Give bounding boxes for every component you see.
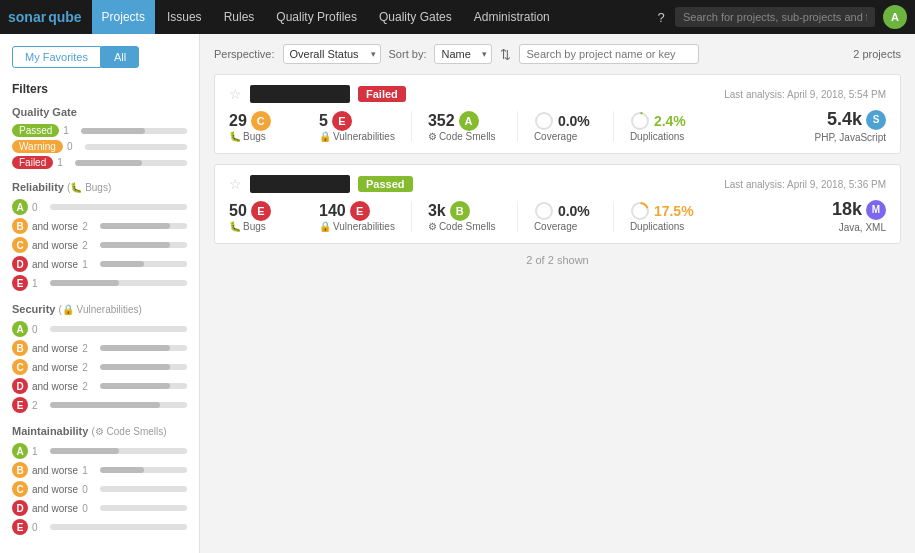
maint-B-row[interactable]: B and worse 1 (12, 462, 187, 478)
rel-D-count: 1 (82, 259, 96, 270)
maint-A-bar (50, 448, 187, 454)
card-0-metrics: 29 C 🐛 Bugs 5 E 🔒 Vulnerabilities (229, 109, 886, 143)
help-icon[interactable]: ? (649, 5, 673, 29)
sort-direction-icon[interactable]: ⇅ (500, 47, 511, 62)
rel-B-row[interactable]: B and worse 2 (12, 218, 187, 234)
qg-failed-badge[interactable]: Failed (12, 156, 53, 169)
perspective-select[interactable]: Overall Status (283, 44, 381, 64)
card-1-status-badge: Passed (358, 176, 413, 192)
maint-A-row[interactable]: A 1 (12, 443, 187, 459)
rel-A-row[interactable]: A 0 (12, 199, 187, 215)
card-0-tech-info: 5.4k S PHP, JavaScript (814, 109, 886, 143)
card-0-status-badge: Failed (358, 86, 406, 102)
maint-B-count: 1 (82, 465, 96, 476)
nav-quality-gates[interactable]: Quality Gates (369, 0, 462, 34)
maint-C-count: 0 (82, 484, 96, 495)
sec-B-bar (100, 345, 187, 351)
sec-B-row[interactable]: B and worse 2 (12, 340, 187, 356)
nav-quality-profiles[interactable]: Quality Profiles (266, 0, 367, 34)
rel-D-row[interactable]: D and worse 1 (12, 256, 187, 272)
rel-A-letter: A (12, 199, 28, 215)
rel-C-count: 2 (82, 240, 96, 251)
sec-D-row[interactable]: D and worse 2 (12, 378, 187, 394)
card-0-vuln-rating: E (332, 111, 352, 131)
card-1-dup-value-row: 17.5% (630, 201, 694, 221)
card-1-vuln-label: 🔒 Vulnerabilities (319, 221, 395, 232)
qg-warning-row[interactable]: Warning 0 (12, 140, 187, 153)
card-0-langs: PHP, JavaScript (814, 132, 886, 143)
project-card-0: ☆ Failed Last analysis: April 9, 2018, 5… (214, 74, 901, 154)
maint-C-row[interactable]: C and worse 0 (12, 481, 187, 497)
card-1-dup-circle-icon (630, 201, 650, 221)
card-0-vuln-metric: 5 E 🔒 Vulnerabilities (319, 111, 412, 142)
perspective-label: Perspective: (214, 48, 275, 60)
rel-A-count: 0 (32, 202, 46, 213)
card-0-vuln-label: 🔒 Vulnerabilities (319, 131, 395, 142)
qg-passed-bar-fill (81, 128, 144, 134)
card-1-size-row: 18k M (832, 199, 886, 220)
card-1-star-icon[interactable]: ☆ (229, 176, 242, 192)
rel-D-bar (100, 261, 187, 267)
card-0-project-name[interactable] (250, 85, 350, 103)
sortby-select[interactable]: Name (434, 44, 492, 64)
maint-E-row[interactable]: E 0 (12, 519, 187, 535)
rel-C-row[interactable]: C and worse 2 (12, 237, 187, 253)
card-1-vuln-value-row: 140 E (319, 201, 370, 221)
sec-A-letter: A (12, 321, 28, 337)
nav-projects[interactable]: Projects (92, 0, 155, 34)
qg-passed-row[interactable]: Passed 1 (12, 124, 187, 137)
rel-E-letter: E (12, 275, 28, 291)
content-topbar: Perspective: Overall Status ▾ Sort by: N… (214, 44, 901, 64)
card-0-bugs-value-row: 29 C (229, 111, 271, 131)
qg-warning-badge[interactable]: Warning (12, 140, 63, 153)
qg-failed-count: 1 (57, 157, 71, 168)
rel-A-bar (50, 204, 187, 210)
sortby-select-wrapper: Name ▾ (434, 44, 492, 64)
sec-B-text: and worse (32, 343, 78, 354)
nav-rules[interactable]: Rules (214, 0, 265, 34)
nav-administration[interactable]: Administration (464, 0, 560, 34)
card-0-bugs-metric: 29 C 🐛 Bugs (229, 111, 319, 142)
rel-C-letter: C (12, 237, 28, 253)
rel-C-bar (100, 242, 187, 248)
sec-A-row[interactable]: A 0 (12, 321, 187, 337)
qg-passed-badge[interactable]: Passed (12, 124, 59, 137)
sortby-label: Sort by: (389, 48, 427, 60)
project-search-input[interactable] (519, 44, 699, 64)
sec-E-row[interactable]: E 2 (12, 397, 187, 413)
card-0-vuln-value-row: 5 E (319, 111, 352, 131)
card-1-coverage-value-row: 0.0% (534, 201, 590, 221)
nav-issues[interactable]: Issues (157, 0, 212, 34)
global-search-input[interactable] (675, 7, 875, 27)
sec-C-row[interactable]: C and worse 2 (12, 359, 187, 375)
card-0-bugs-label: 🐛 Bugs (229, 131, 266, 142)
card-0-bugs-rating: C (251, 111, 271, 131)
card-1-coverage-metric: 0.0% Coverage (534, 201, 614, 232)
maint-D-row[interactable]: D and worse 0 (12, 500, 187, 516)
user-avatar[interactable]: A (883, 5, 907, 29)
card-1-header: ☆ Passed Last analysis: April 9, 2018, 5… (229, 175, 886, 193)
quality-gate-title: Quality Gate (12, 106, 187, 118)
card-1-coverage-pct: 0.0% (558, 203, 590, 219)
rel-E-row[interactable]: E 1 (12, 275, 187, 291)
projects-count: 2 projects (853, 48, 901, 60)
card-0-coverage-label: Coverage (534, 131, 577, 142)
qg-failed-row[interactable]: Failed 1 (12, 156, 187, 169)
card-1-langs: Java, XML (839, 222, 886, 233)
sec-D-text: and worse (32, 381, 78, 392)
card-1-size-value: 18k (832, 199, 862, 220)
main-layout: My Favorites All Filters Quality Gate Pa… (0, 34, 915, 553)
card-0-star-icon[interactable]: ☆ (229, 86, 242, 102)
fav-toggle: My Favorites All (12, 46, 187, 68)
quality-gate-filter: Quality Gate Passed 1 Warning 0 Failed 1 (12, 106, 187, 169)
sec-C-count: 2 (82, 362, 96, 373)
card-1-metrics: 50 E 🐛 Bugs 140 E 🔒 Vulnerabilities (229, 199, 886, 233)
card-1-dup-metric: 17.5% Duplications (630, 201, 710, 232)
card-1-project-name[interactable] (250, 175, 350, 193)
my-favorites-button[interactable]: My Favorites (12, 46, 101, 68)
rel-B-bar (100, 223, 187, 229)
card-0-vuln-number: 5 (319, 112, 328, 130)
card-0-size-row: 5.4k S (827, 109, 886, 130)
reliability-filter: Reliability (🐛 Bugs) A 0 B and worse 2 C… (12, 181, 187, 291)
all-button[interactable]: All (101, 46, 139, 68)
